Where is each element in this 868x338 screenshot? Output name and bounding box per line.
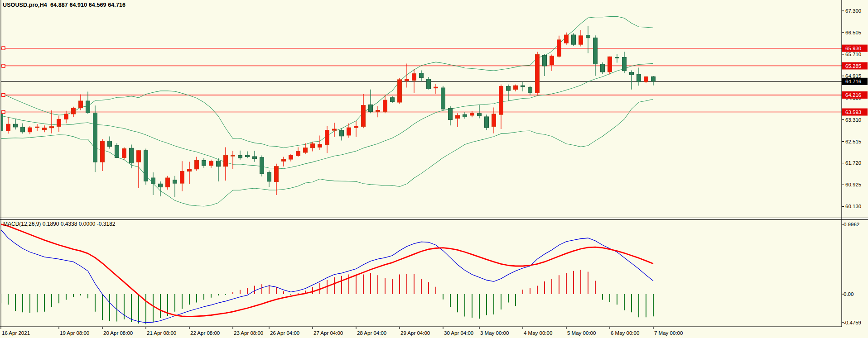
macd-axis-label: 0.00 bbox=[844, 291, 854, 297]
candle-body bbox=[202, 160, 206, 165]
time-axis-label: 20 Apr 08:00 bbox=[103, 330, 133, 336]
candle-body bbox=[166, 178, 170, 187]
candle-body bbox=[137, 151, 141, 162]
candle-body bbox=[405, 79, 409, 81]
candle-body bbox=[224, 156, 228, 167]
level-price-badge: 64.216 bbox=[842, 91, 868, 99]
candle-body bbox=[311, 144, 315, 148]
candle-body bbox=[115, 145, 119, 157]
candle-body bbox=[601, 64, 605, 72]
candle-body bbox=[21, 127, 25, 132]
candle-body bbox=[180, 171, 184, 184]
time-axis-label: 7 May 00:00 bbox=[654, 330, 683, 336]
candle-body bbox=[412, 74, 416, 81]
candle bbox=[441, 86, 445, 111]
candle-body bbox=[304, 148, 308, 152]
candle-body bbox=[615, 57, 619, 58]
candle-body bbox=[209, 161, 213, 166]
candle-body bbox=[57, 119, 61, 126]
candle-body bbox=[318, 144, 322, 148]
price-axis-label: 62.515 bbox=[845, 139, 861, 144]
candle-body bbox=[108, 141, 112, 147]
level-line-handle[interactable] bbox=[2, 93, 5, 96]
candle-body bbox=[506, 86, 511, 90]
time-axis-label: 23 Apr 08:00 bbox=[234, 330, 263, 336]
time-axis-label: 16 Apr 2021 bbox=[2, 330, 30, 336]
candle-body bbox=[151, 178, 155, 184]
candle-body bbox=[28, 128, 32, 132]
candle-body bbox=[637, 74, 641, 82]
candle-body bbox=[173, 180, 177, 183]
candle-body bbox=[130, 148, 134, 163]
time-axis-label: 4 May 00:00 bbox=[524, 330, 552, 336]
candle-body bbox=[369, 105, 373, 111]
candle-body bbox=[282, 159, 286, 161]
chart-canvas[interactable]: 67.30066.50565.71064.91564.12063.31062.5… bbox=[0, 0, 868, 338]
candle-body bbox=[122, 149, 126, 158]
time-axis-label: 29 Apr 04:00 bbox=[400, 330, 430, 336]
candle-body bbox=[579, 36, 583, 44]
time-axis-label: 22 Apr 08:00 bbox=[190, 330, 220, 336]
trading-chart-window: 67.30066.50565.71064.91564.12063.31062.5… bbox=[0, 0, 868, 338]
candle-body bbox=[463, 114, 467, 117]
candle-body bbox=[101, 141, 105, 162]
candle-body bbox=[448, 108, 453, 119]
candle-body bbox=[550, 56, 554, 65]
level-line-handle[interactable] bbox=[2, 47, 5, 50]
candle-body bbox=[238, 156, 242, 158]
candle-body bbox=[477, 114, 482, 116]
candle bbox=[122, 148, 126, 160]
candle-body bbox=[6, 124, 10, 131]
candle bbox=[535, 52, 540, 95]
candle bbox=[260, 156, 264, 176]
candle-body bbox=[434, 87, 438, 88]
candle-body bbox=[564, 35, 569, 43]
candle-body bbox=[630, 72, 634, 75]
price-axis-label: 63.310 bbox=[845, 117, 861, 123]
level-price-badge: 63.593 bbox=[842, 109, 868, 116]
macd-axis-label: -0.4759 bbox=[844, 320, 861, 325]
candle bbox=[144, 149, 148, 185]
price-axis-label: 65.710 bbox=[845, 52, 861, 57]
candle-body bbox=[521, 86, 525, 86]
price-axis-label: 60.925 bbox=[845, 182, 861, 187]
svg-text:63.593: 63.593 bbox=[845, 109, 861, 115]
candle-body bbox=[644, 77, 648, 82]
time-axis-label: 6 May 00:00 bbox=[611, 330, 639, 336]
candle-body bbox=[456, 115, 460, 119]
level-price-badge: 65.285 bbox=[842, 62, 868, 70]
candle-body bbox=[260, 157, 264, 174]
candle-body bbox=[398, 80, 402, 102]
price-axis-label: 60.130 bbox=[845, 204, 861, 209]
candle-body bbox=[557, 40, 561, 57]
level-line-handle[interactable] bbox=[2, 110, 5, 114]
candle-body bbox=[651, 77, 656, 81]
level-line-handle[interactable] bbox=[2, 64, 5, 67]
candle bbox=[601, 62, 605, 74]
candle-body bbox=[79, 101, 83, 108]
time-axis-label: 30 Apr 04:00 bbox=[444, 330, 473, 336]
candle-body bbox=[470, 113, 474, 115]
price-axis-label: 61.720 bbox=[845, 160, 861, 166]
candle-body bbox=[246, 155, 250, 157]
level-price-badge: 65.930 bbox=[842, 45, 868, 52]
svg-text:64.716: 64.716 bbox=[845, 79, 861, 84]
candle-body bbox=[354, 126, 358, 128]
svg-text:65.285: 65.285 bbox=[845, 63, 861, 69]
candle-body bbox=[514, 86, 518, 89]
svg-text:64.216: 64.216 bbox=[845, 92, 861, 98]
candle bbox=[398, 78, 402, 104]
candle-body bbox=[50, 127, 54, 128]
candle-body bbox=[188, 169, 192, 171]
candle-body bbox=[217, 161, 221, 167]
candle bbox=[485, 114, 489, 130]
candle-body bbox=[528, 87, 532, 92]
time-axis-label: 27 Apr 04:00 bbox=[313, 330, 343, 336]
time-axis-label: 21 Apr 08:00 bbox=[147, 330, 176, 336]
candle bbox=[608, 57, 612, 75]
candle-body bbox=[572, 35, 576, 44]
candle-body bbox=[144, 151, 148, 181]
candle bbox=[115, 143, 119, 158]
candle-body bbox=[333, 129, 337, 130]
candle-body bbox=[543, 55, 547, 66]
